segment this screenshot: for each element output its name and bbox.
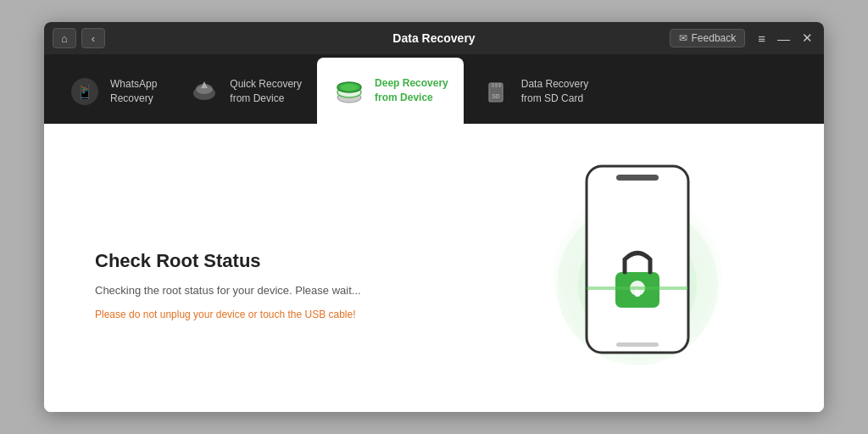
minimize-button[interactable]: — [775,31,793,46]
home-button[interactable]: ⌂ [53,28,76,48]
titlebar: ⌂ ‹ Data Recovery ✉ Feedback ≡ — ✕ [44,22,824,54]
app-title: Data Recovery [392,31,475,45]
svg-text:📱: 📱 [76,84,93,100]
main-window: ⌂ ‹ Data Recovery ✉ Feedback ≡ — ✕ [44,22,824,412]
feedback-label: Feedback [692,32,737,44]
titlebar-right: ✉ Feedback ≡ — ✕ [670,29,815,47]
warning-text: Please do not unplug your device or touc… [95,309,502,320]
back-button[interactable]: ‹ [81,28,105,48]
check-root-subtitle: Checking the root status for your device… [95,284,502,297]
tab-deep-label: Deep Recovery from Device [375,76,448,105]
tab-quick-label: Quick Recovery from Device [230,77,302,106]
menu-icon[interactable]: ≡ [755,31,768,46]
main-content: Check Root Status Checking the root stat… [44,124,824,412]
window-controls: ≡ — ✕ [755,31,815,46]
svg-rect-17 [616,175,659,181]
tabbar: 📱 WhatsApp Recovery Quick Recovery from … [44,54,824,124]
content-left: Check Root Status Checking the root stat… [95,233,502,320]
tab-deep[interactable]: Deep Recovery from Device [317,58,464,124]
phone-svg [544,149,731,403]
svg-rect-22 [587,287,688,290]
tab-whatsapp-icon: 📱 [68,75,102,108]
tab-sd-label: Data Recovery from SD Card [521,77,588,106]
svg-rect-10 [492,83,494,87]
tab-deep-icon [332,74,366,108]
envelope-icon: ✉ [679,32,687,44]
svg-rect-18 [616,342,659,347]
back-icon: ‹ [92,32,95,45]
titlebar-left: ⌂ ‹ [53,28,105,48]
tab-whatsapp-label: WhatsApp Recovery [110,77,157,106]
check-root-heading: Check Root Status [95,250,502,272]
tab-sd[interactable]: SD Data Recovery from SD Card [464,59,604,124]
close-button[interactable]: ✕ [799,31,815,46]
svg-text:SD: SD [492,93,500,99]
tab-quick[interactable]: Quick Recovery from Device [172,59,317,124]
svg-rect-12 [498,83,501,87]
tab-whatsapp[interactable]: 📱 WhatsApp Recovery [53,59,172,124]
phone-illustration [502,149,773,403]
svg-rect-11 [495,83,498,87]
tab-sd-icon: SD [479,75,513,108]
home-icon: ⌂ [61,32,68,45]
feedback-button[interactable]: ✉ Feedback [670,29,746,47]
svg-point-8 [341,84,358,91]
tab-quick-icon [187,75,221,108]
svg-rect-16 [587,166,688,353]
